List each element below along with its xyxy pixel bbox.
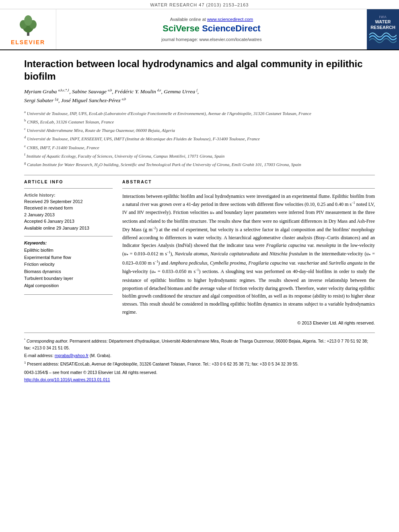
elsevier-logo-area: ELSEVIER [0, 9, 56, 49]
keywords-divider [24, 236, 113, 236]
water-research-title: WATERRESEARCH [370, 19, 395, 31]
section-divider [24, 175, 375, 175]
accepted-date: Accepted 6 January 2013 [24, 218, 113, 225]
issn-note: 0043-1354/$ – see front matter © 2013 El… [24, 369, 375, 376]
keyword-4: Biomass dynamics [24, 268, 113, 275]
email-link[interactable]: mgraba@yahoo.fr [55, 353, 88, 358]
email-note: E-mail address: mgraba@yahoo.fr (M. Grab… [24, 352, 375, 359]
journal-header: WATER RESEARCH 47 (2013) 2153–2163 ELSEV… [0, 0, 399, 50]
affiliation-b: b CNRS, EcoLab, 31326 Castanet Tolasan, … [24, 117, 375, 125]
footer-notes: * Corresponding author. Permanent addres… [24, 333, 375, 384]
water-research-badge: IWA WATERRESEARCH [367, 9, 399, 49]
keyword-2: Experimental flume flow [24, 254, 113, 261]
svg-point-4 [24, 15, 32, 26]
corresponding-note: * Corresponding author. Permanent addres… [24, 337, 375, 351]
sciverse-url: www.sciencedirect.com [207, 17, 253, 22]
abstract-heading: ABSTRACT [122, 179, 375, 184]
affiliation-f: f Institute of Aquatic Ecology, Faculty … [24, 152, 375, 160]
abstract-divider [122, 188, 375, 189]
journal-citation: WATER RESEARCH 47 (2013) 2153–2163 [150, 2, 249, 7]
elsevier-tree-icon [16, 13, 40, 37]
keyword-5: Turbulent boundary layer [24, 275, 113, 282]
sciverse-title: SciVerse ScienceDirect [162, 23, 260, 34]
sciencedirect-part2: ScienceDirect [202, 23, 261, 33]
available-online-date: Available online 29 January 2013 [24, 225, 113, 232]
keyword-6: Algal composition [24, 282, 113, 290]
keywords-bottom-divider [24, 294, 113, 295]
author-myriam: Myriam Graba [24, 88, 57, 94]
copyright-line: © 2013 Elsevier Ltd. All rights reserved… [122, 320, 375, 325]
two-column-layout: ARTICLE INFO Article history: Received 2… [24, 179, 375, 325]
article-info-column: ARTICLE INFO Article history: Received 2… [24, 179, 113, 325]
author-sabine: Sabine Sauvage [72, 88, 107, 94]
journal-top-bar: WATER RESEARCH 47 (2013) 2153–2163 [0, 0, 399, 9]
article-title: Interaction between local hydrodynamics … [24, 58, 375, 82]
water-waves-icon [369, 32, 397, 44]
received-date: Received 29 September 2012 [24, 198, 113, 205]
revised-date: 2 January 2013 [24, 212, 113, 218]
abstract-text: Interactions between epilithic biofilm a… [122, 193, 375, 316]
author-frederic: Frédéric Y. Moulin [115, 88, 156, 94]
doi-link: http://dx.doi.org/10.1016/j.watres.2013.… [24, 376, 375, 383]
article-info-heading: ARTICLE INFO [24, 179, 113, 184]
affiliation-e: e CNRS, IMFT, F-31400 Toulouse, France [24, 143, 375, 151]
article-info-divider [24, 188, 113, 189]
affiliation-d: d Université de Toulouse, INPT, ENSEEIHT… [24, 134, 375, 142]
header-middle: Available online at www.sciencedirect.co… [56, 9, 367, 49]
authors-line: Myriam Graba a,b,c,*,1, Sabine Sauvage a… [24, 87, 375, 105]
doi-url[interactable]: http://dx.doi.org/10.1016/j.watres.2013.… [24, 377, 110, 382]
affiliations-block: a Université de Toulouse, INP, UPS, EcoL… [24, 109, 375, 169]
abstract-column: ABSTRACT Interactions between epilithic … [122, 179, 375, 325]
author-gemma: Gemma Urrea [164, 88, 195, 94]
affiliation-g: g Catalan Institute for Water Research, … [24, 160, 375, 169]
author-sergi: Sergi Sabater [24, 97, 53, 103]
keywords-heading: Keywords: [24, 240, 113, 245]
revised-label: Received in revised form [24, 205, 113, 212]
article-main: Interaction between local hydrodynamics … [0, 50, 399, 392]
history-label: Article history: [24, 193, 113, 197]
elsevier-brand-text: ELSEVIER [11, 39, 45, 45]
keyword-1: Epilithic biofilm [24, 247, 113, 254]
journal-homepage: journal homepage: www.elsevier.com/locat… [161, 37, 261, 42]
affiliation-c: c Université Abderrahmane Mira, Route de… [24, 126, 375, 134]
sciverse-part1: SciVerse [162, 23, 202, 33]
keyword-3: Friction velocity [24, 261, 113, 268]
affiliation-a: a Université de Toulouse, INP, UPS, EcoL… [24, 109, 375, 117]
present-address-note: 1 Present address: ENSAT/EcoLab, Avenue … [24, 360, 375, 368]
header-content: ELSEVIER Available online at www.science… [0, 9, 399, 49]
author-jose: José Miguel Sanchez-Pérez [61, 97, 121, 103]
available-online-text: Available online at www.sciencedirect.co… [170, 17, 253, 22]
iwa-label: IWA [379, 15, 387, 19]
